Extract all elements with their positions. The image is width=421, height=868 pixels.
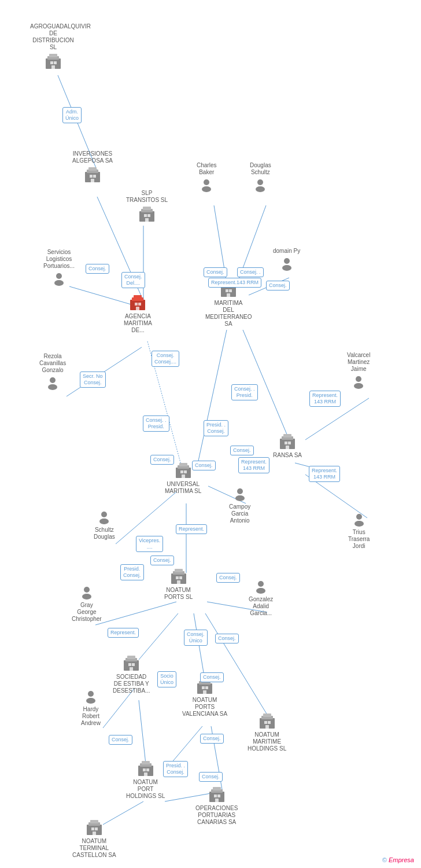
svg-rect-32 <box>54 61 57 64</box>
badge-represent-ransa[interactable]: Represent.143 RRM <box>238 457 269 473</box>
svg-rect-114 <box>263 713 271 717</box>
svg-point-50 <box>56 273 62 279</box>
badge-consej-unico[interactable]: Consej.Único <box>184 630 208 646</box>
svg-rect-90 <box>175 569 183 572</box>
badge-consej-presid-2[interactable]: Consej. .Presid. <box>143 415 169 432</box>
label-charles-baker: CharlesBaker <box>197 162 216 176</box>
badge-represent-ransa-2[interactable]: Represent.143 RRM <box>309 466 340 482</box>
svg-point-84 <box>101 512 107 517</box>
node-gray-george: GrayGeorgeChristopher <box>72 583 102 623</box>
badge-consej-schultz2[interactable]: Consej. <box>150 556 174 565</box>
label-noatum-terminal: NOATUMTERMINALCASTELLON SA <box>72 838 116 859</box>
node-agencia-maritima: AGENCIAMARITIMADE... <box>124 292 152 334</box>
svg-rect-109 <box>202 686 205 689</box>
node-rezola-cavanillas: RezolaCavanillasGonzalo <box>39 353 66 392</box>
badge-consej-domain[interactable]: Consej. <box>266 281 290 290</box>
badge-consej-ransa[interactable]: Consej. <box>230 446 254 455</box>
badge-presid-consej-2[interactable]: Presid.Consej. <box>120 564 144 580</box>
node-schultz-douglas: SchultzDouglas <box>94 508 115 540</box>
label-domain-py: domain Py <box>273 248 300 255</box>
node-domain-py: domain Py <box>273 248 300 273</box>
badge-represent-gray[interactable]: Represent. <box>108 628 139 638</box>
svg-rect-91 <box>176 576 179 579</box>
svg-rect-33 <box>51 65 55 69</box>
badge-represent-campoy[interactable]: Represent. <box>176 524 207 534</box>
icon-noatum-ports <box>169 567 188 586</box>
svg-rect-127 <box>214 795 217 797</box>
badge-consej-schultz[interactable]: Consej. . <box>237 267 264 277</box>
badge-vicepres[interactable]: Vicepres..... <box>136 536 163 552</box>
icon-hardy-robert <box>83 689 99 705</box>
label-maritima-mediterraneo: MARITIMADELMEDITERRANEO SA <box>205 300 252 328</box>
badge-consej-hardy[interactable]: Consej. <box>109 735 132 745</box>
svg-rect-30 <box>49 54 57 57</box>
node-ransa-sa: RANSA SA <box>273 431 302 459</box>
svg-rect-122 <box>146 768 149 771</box>
label-servicios-logisticos: ServiciosLogisticosPortuarios... <box>43 249 75 270</box>
badge-consej-holdings[interactable]: Consej. <box>200 734 224 744</box>
svg-line-22 <box>139 700 146 764</box>
badge-consej-valenciana[interactable]: Consej. <box>200 672 224 682</box>
label-gonzalez-adalid: GonzalezAdalidGarcia... <box>249 596 273 617</box>
label-noatum-maritime-holdings: NOATUMMARITIMEHOLDINGS SL <box>248 731 286 752</box>
svg-rect-37 <box>90 175 93 178</box>
svg-rect-39 <box>91 179 94 182</box>
node-noatum-maritime-holdings: NOATUMMARITIMEHOLDINGS SL <box>248 711 286 752</box>
graph-container: AGROGUADALQUIVIR DE DISTRIBUCION SL INVE… <box>0 0 421 868</box>
label-campoy-garcia: CampoyGarciaAntonio <box>229 503 250 524</box>
icon-ransa-sa <box>278 432 297 451</box>
label-sociedad-estiba: SOCIEDADDE ESTIBA YDESESTIBA... <box>113 674 150 694</box>
badge-consej-1[interactable]: Consej. <box>86 264 109 274</box>
label-valcarcel-martinez: ValcarcelMartinezJaime <box>347 352 370 373</box>
svg-rect-31 <box>50 61 53 64</box>
badge-consej-consej[interactable]: Consej.Consej.... <box>152 351 179 367</box>
badge-consej-baker[interactable]: Consej. <box>204 267 227 277</box>
svg-point-48 <box>257 179 263 185</box>
svg-line-23 <box>171 726 202 764</box>
label-noatum-ports-valenciana: NOATUMPORTSVALENCIANA SA <box>182 697 227 718</box>
svg-rect-115 <box>264 721 267 724</box>
svg-point-104 <box>88 691 94 697</box>
label-noatum-ports: NOATUMPORTS SL <box>164 587 193 601</box>
icon-sociedad-estiba <box>122 654 141 672</box>
svg-rect-120 <box>142 761 150 764</box>
badge-socio-unico[interactable]: SocioÚnico <box>157 671 176 687</box>
badge-secr-no-consej[interactable]: Secr. NoConsej. <box>80 372 106 388</box>
label-slp-transitos: SLPTRANSITOS SL <box>126 190 168 204</box>
badge-consej-universal[interactable]: Consej. <box>150 455 174 465</box>
icon-universal-maritima <box>174 461 193 480</box>
badge-consej-universal-2[interactable]: Consej. <box>192 461 216 470</box>
svg-point-94 <box>258 581 264 587</box>
badge-represent-143-rrm-2[interactable]: Represent.143 RRM <box>309 391 341 407</box>
svg-rect-78 <box>283 434 291 437</box>
svg-rect-103 <box>130 667 133 671</box>
badge-consej-operaciones[interactable]: Consej. <box>199 772 223 782</box>
label-agroguadalquivir: AGROGUADALQUIVIR DE DISTRIBUCION SL <box>30 23 76 51</box>
label-trius-traserra: TriusTraserraJordi <box>348 529 370 550</box>
node-douglas-schultz: DouglasSchultz <box>250 162 271 194</box>
badge-represent-143[interactable]: Represent.143 RRM <box>208 278 261 288</box>
icon-douglas-schultz <box>252 177 268 193</box>
badge-presid-consej[interactable]: Presid. .Consej. <box>204 420 228 436</box>
icon-campoy-garcia <box>232 486 248 502</box>
svg-rect-135 <box>93 832 96 835</box>
badge-consej-presid-1[interactable]: Consej. .Presid. <box>231 384 258 400</box>
badge-consej-del[interactable]: Consej.Del.... <box>121 272 145 288</box>
badge-consej-gonzalez[interactable]: Consej. <box>216 573 240 583</box>
svg-point-87 <box>354 521 364 527</box>
icon-trius-traserra <box>351 512 367 528</box>
svg-rect-132 <box>90 820 98 823</box>
icon-noatum-port-holdings <box>136 759 155 778</box>
svg-point-68 <box>356 376 361 382</box>
badge-adm-unico[interactable]: Adm.Único <box>62 107 82 123</box>
badge-presid-consej-3[interactable]: Presid. .Consej. <box>163 761 188 777</box>
svg-rect-79 <box>285 442 287 444</box>
icon-rezola-cavanillas <box>45 375 61 391</box>
badge-consej-noatum[interactable]: Consej. <box>215 634 239 643</box>
node-campoy-garcia: CampoyGarciaAntonio <box>229 485 250 524</box>
svg-rect-102 <box>132 663 135 666</box>
svg-rect-134 <box>95 827 98 830</box>
svg-rect-133 <box>91 827 94 830</box>
svg-rect-56 <box>134 295 142 299</box>
svg-rect-126 <box>213 787 221 790</box>
